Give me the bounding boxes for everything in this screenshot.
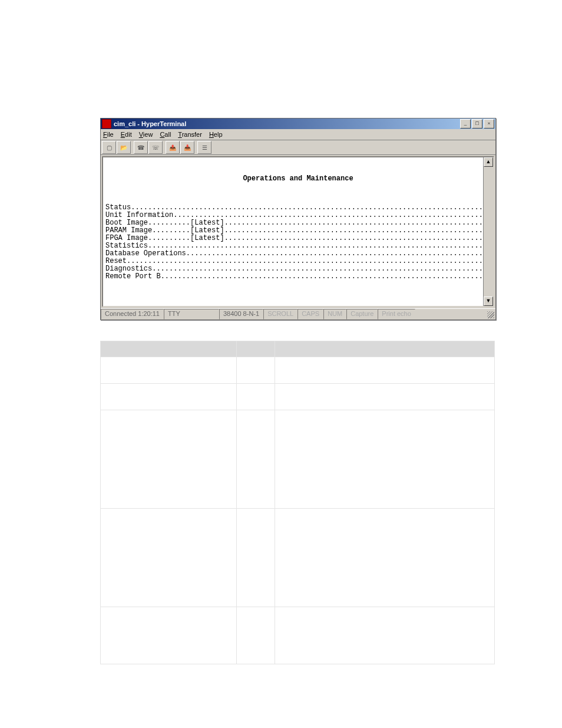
menu-call[interactable]: Call	[160, 131, 171, 138]
terminal-menu-item[interactable]: FPGA Image..........[Latest]............…	[105, 235, 491, 242]
cell-2	[237, 509, 275, 607]
app-icon	[102, 119, 111, 129]
status-emulation: TTY	[164, 309, 219, 319]
title-bar[interactable]: cim_cli - HyperTerminal _ □ ×	[101, 118, 495, 129]
cell-2	[237, 410, 275, 509]
toolbar: ▢ 📂 ☎ ☏ 📤 📥 ☰	[101, 140, 495, 155]
menu-item-dots: ........................................…	[152, 265, 487, 273]
status-scroll: SCROLL	[263, 309, 297, 319]
terminal-menu-item[interactable]: Remote Port B...........................…	[105, 273, 491, 281]
scroll-up-icon[interactable]: ▲	[484, 157, 493, 167]
send-icon[interactable]: 📤	[166, 141, 180, 154]
options-table	[100, 341, 495, 664]
receive-icon[interactable]: 📥	[180, 141, 194, 154]
menu-item-dots: ........................................…	[224, 227, 487, 235]
call-icon[interactable]: ☎	[134, 141, 148, 154]
maximize-button[interactable]: □	[472, 119, 482, 129]
menu-file[interactable]: File	[103, 131, 114, 138]
table-row	[101, 384, 495, 410]
minimize-button[interactable]: _	[460, 119, 471, 129]
cell-3	[275, 410, 495, 509]
props-icon[interactable]: ☰	[197, 141, 211, 154]
hyperterminal-window: cim_cli - HyperTerminal _ □ × File Edit …	[100, 118, 496, 320]
status-connected: Connected 1:20:11	[101, 309, 164, 319]
menu-item-dots: ........................................…	[186, 250, 487, 258]
menu-item-dots: ........................................…	[127, 258, 487, 265]
terminal-content: Operations and Maintenance Status.......…	[103, 157, 493, 307]
cell-1	[101, 607, 237, 664]
menu-item-dots: ........................................…	[224, 235, 487, 242]
cell-1	[101, 509, 237, 607]
menu-view[interactable]: View	[139, 131, 153, 138]
cell-3	[275, 509, 495, 607]
open-icon[interactable]: 📂	[117, 141, 131, 154]
terminal-menu-item[interactable]: Diagnostics.............................…	[105, 265, 491, 273]
menu-edit[interactable]: Edit	[121, 131, 132, 138]
cell-3	[275, 384, 495, 410]
col-header-3	[275, 341, 495, 357]
col-header-2	[237, 341, 275, 357]
cell-3	[275, 357, 495, 384]
close-button[interactable]: ×	[484, 119, 494, 129]
menu-item-dots: ........................................…	[131, 204, 487, 212]
table-row	[101, 607, 495, 664]
terminal-heading: Operations and Maintenance	[105, 175, 491, 183]
status-num: NUM	[323, 309, 346, 319]
terminal-menu-item[interactable]: Reset...................................…	[105, 258, 491, 265]
table-row	[101, 410, 495, 509]
client-area: ▲ ▼ Operations and Maintenance Status...…	[101, 155, 495, 308]
new-icon[interactable]: ▢	[102, 141, 116, 154]
col-header-1	[101, 341, 237, 357]
table-row	[101, 509, 495, 607]
menu-bar: File Edit View Call Transfer Help	[101, 129, 495, 140]
terminal[interactable]: ▲ ▼ Operations and Maintenance Status...…	[102, 156, 494, 307]
cell-2	[237, 607, 275, 664]
menu-item-dots: ........................................…	[224, 219, 487, 227]
menu-transfer[interactable]: Transfer	[178, 131, 202, 138]
status-bar: Connected 1:20:11 TTY 38400 8-N-1 SCROLL…	[101, 308, 495, 319]
cell-1	[101, 384, 237, 410]
menu-item-label: Remote Port B	[105, 273, 161, 281]
status-caps: CAPS	[297, 309, 323, 319]
status-settings: 38400 8-N-1	[219, 309, 263, 319]
resize-grip-icon[interactable]	[487, 311, 494, 318]
cell-1	[101, 357, 237, 384]
cell-2	[237, 384, 275, 410]
scrollbar[interactable]: ▲ ▼	[483, 157, 493, 306]
cell-3	[275, 607, 495, 664]
status-capture: Capture	[346, 309, 378, 319]
window-title: cim_cli - HyperTerminal	[114, 120, 460, 127]
hangup-icon[interactable]: ☏	[148, 141, 163, 154]
menu-item-dots: ........................................…	[161, 273, 487, 281]
table-row	[101, 357, 495, 384]
menu-help[interactable]: Help	[209, 131, 223, 138]
scroll-down-icon[interactable]: ▼	[484, 297, 493, 306]
status-printecho: Print echo	[378, 309, 415, 319]
terminal-menu-item[interactable]: Database Operations.....................…	[105, 250, 491, 258]
cell-1	[101, 410, 237, 509]
table-header-row	[101, 341, 495, 357]
menu-item-dots: ........................................…	[148, 242, 487, 250]
cell-2	[237, 357, 275, 384]
